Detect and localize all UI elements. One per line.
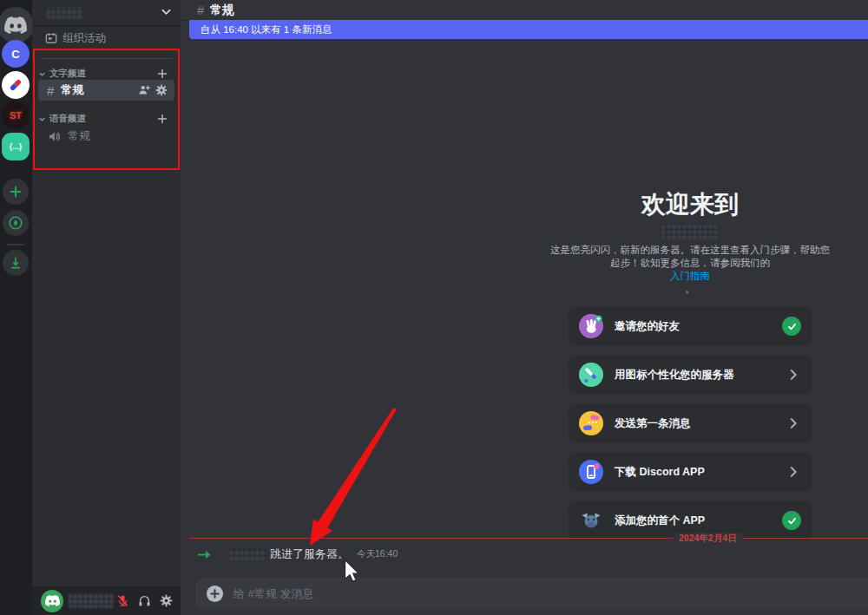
server-name-redacted (47, 7, 83, 18)
onboarding-button-label: 添加您的首个 APP (615, 514, 782, 528)
user-settings-button[interactable] (158, 593, 174, 609)
member-join-arrow-icon (197, 550, 211, 559)
events-label: 组织活动 (62, 31, 106, 46)
onboarding-button-label: 发送第一条消息 (615, 416, 786, 431)
server-st-label: ST (10, 110, 22, 121)
events-calendar-icon (45, 32, 57, 44)
compass-icon (8, 215, 23, 231)
channel-header: # 常规 (181, 0, 868, 20)
download-discord-app-button[interactable]: 下载 Discord APP (569, 453, 812, 491)
message-composer[interactable]: 给 #常规 发消息 (196, 578, 868, 610)
speaker-icon (48, 130, 61, 143)
unread-date-divider (189, 538, 868, 539)
new-messages-bar[interactable]: 自从 16:40 以来有 1 条新消息 (189, 20, 868, 39)
user-avatar[interactable] (41, 590, 63, 612)
wave-hand-icon (579, 314, 603, 338)
category-chevron-icon (38, 115, 46, 123)
category-text-channels[interactable]: 文字频道 (32, 68, 181, 80)
discord-window: C ST {...} 组织活动 文字频道 (0, 0, 868, 615)
chevron-right-icon (786, 367, 801, 383)
headphones-icon (138, 594, 151, 607)
onboarding-buttons: 邀请您的好友 用图标个性化您的服务器 发送第一条消息 (569, 307, 812, 540)
server-header-dropdown[interactable] (32, 0, 181, 26)
create-channel-icon[interactable] (157, 69, 168, 79)
category-chevron-icon (38, 70, 46, 78)
ox-mascot-icon (579, 508, 603, 533)
composer-placeholder: 给 #常规 发消息 (233, 586, 313, 602)
discord-avatar-icon (45, 593, 60, 608)
server-icon-braces[interactable]: {...} (2, 133, 30, 160)
username-redacted (69, 593, 114, 608)
chevron-right-icon (786, 415, 801, 431)
join-system-message: 跳进了服务器。 今天16:40 (181, 546, 868, 563)
sidebar-item-events[interactable]: 组织活动 (32, 29, 181, 48)
paintbrush-icon (579, 363, 603, 387)
welcome-server-name-redacted (662, 225, 718, 239)
welcome-description: 这是您亮闪闪，崭新的服务器。请在这里查看入门步骤，帮助您 起步！欲知更多信息，请… (547, 244, 833, 296)
getting-started-guide-link[interactable]: 入门指南 (670, 271, 710, 281)
welcome-desc-line1: 这是您亮闪闪，崭新的服务器。请在这里查看入门步骤，帮助您 (547, 244, 833, 257)
sidebar-divider (41, 58, 173, 59)
add-server-button[interactable] (3, 179, 29, 205)
onboarding-button-label: 下载 Discord APP (615, 465, 786, 480)
date-divider-label: 2024年2月4日 (673, 533, 743, 545)
settings-gear-icon (160, 594, 173, 607)
server-icon-pill[interactable] (2, 71, 30, 99)
welcome-desc-line2: 起步！欲知更多信息，请参阅我们的入门指南。 (547, 257, 833, 296)
microphone-muted-button[interactable] (115, 593, 130, 609)
join-message-text: 跳进了服务器。 (270, 546, 349, 562)
explore-servers-button[interactable] (3, 210, 29, 236)
phone-icon (579, 460, 603, 484)
deafen-button[interactable] (136, 593, 152, 609)
download-apps-button[interactable] (3, 250, 29, 276)
rail-divider (6, 244, 25, 245)
pill-icon (6, 75, 25, 95)
channel-item-general-voice[interactable]: 常规 (38, 127, 174, 146)
text-category-label: 文字频道 (49, 68, 86, 80)
channel-item-general-text[interactable]: # 常规 (38, 80, 174, 101)
server-icon-st[interactable]: ST (2, 101, 30, 129)
channel-settings-gear-icon[interactable] (155, 84, 168, 96)
onboarding-button-label: 邀请您的好友 (615, 319, 782, 334)
discord-home-button[interactable] (0, 7, 34, 43)
attach-file-button[interactable] (206, 585, 224, 603)
user-panel (32, 586, 181, 615)
welcome-block: 欢迎来到 这是您亮闪闪，崭新的服务器。请在这里查看入门步骤，帮助您 起步！欲知更… (547, 191, 833, 550)
join-message-timestamp: 今天16:40 (357, 548, 398, 560)
personalize-server-button[interactable]: 用图标个性化您的服务器 (569, 356, 812, 394)
hash-icon: # (197, 3, 204, 17)
joined-username-redacted[interactable] (230, 549, 266, 559)
send-first-message-button[interactable]: 发送第一条消息 (569, 404, 812, 442)
server-braces-label: {...} (10, 142, 23, 151)
server-icon-c[interactable]: C (2, 40, 30, 68)
channel-sidebar: 组织活动 文字频道 # 常规 语音频道 常规 (32, 0, 181, 615)
discord-logo-icon (4, 14, 27, 36)
server-c-label: C (11, 48, 19, 61)
server-rail: C ST {...} (0, 0, 32, 615)
chevron-right-icon (786, 464, 801, 480)
plus-icon (9, 185, 23, 199)
hash-icon: # (47, 83, 54, 98)
chat-area: # 常规 自从 16:40 以来有 1 条新消息 欢迎来到 这是您亮闪闪，崭新的… (181, 0, 868, 615)
completed-check-icon (782, 317, 801, 336)
text-channel-name: 常规 (61, 82, 83, 98)
new-messages-text: 自从 16:40 以来有 1 条新消息 (201, 23, 332, 36)
invite-people-icon[interactable] (138, 84, 150, 96)
onboarding-button-label: 用图标个性化您的服务器 (615, 368, 786, 383)
completed-check-icon (782, 511, 801, 530)
create-channel-icon[interactable] (157, 114, 168, 124)
chat-sticker-icon (579, 411, 603, 435)
voice-channel-name: 常规 (68, 128, 90, 144)
download-icon (9, 256, 23, 270)
channel-header-title: 常规 (210, 3, 233, 18)
welcome-title: 欢迎来到 (547, 191, 833, 219)
mic-muted-icon (116, 594, 129, 607)
category-voice-channels[interactable]: 语音频道 (32, 113, 181, 125)
chevron-down-icon (161, 9, 171, 16)
plus-circle-icon (206, 585, 224, 603)
invite-friends-button[interactable]: 邀请您的好友 (569, 307, 812, 345)
voice-category-label: 语音频道 (49, 113, 86, 125)
